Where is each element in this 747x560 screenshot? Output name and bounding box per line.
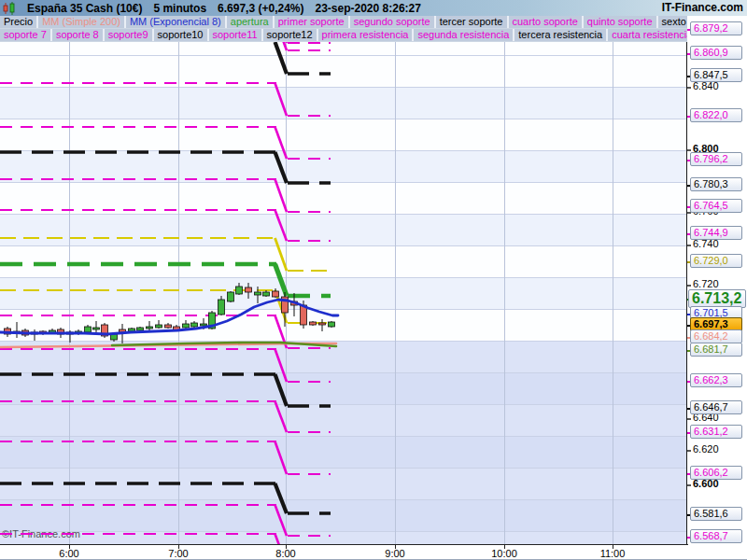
price-level-label: 6.581,6 bbox=[690, 507, 742, 521]
price-level-label: 6.646,7 bbox=[690, 400, 742, 414]
price-level-label: 6.713,2 bbox=[688, 289, 746, 308]
legend-item-row2-9[interactable]: cuarta resistencia bbox=[608, 29, 687, 41]
title-bar: España 35 Cash (10€) 5 minutos 6.697,3 (… bbox=[0, 0, 747, 16]
legend-item-row2-0[interactable]: soporte 7 bbox=[0, 29, 52, 41]
legend-item-row1-8[interactable]: quinto soporte bbox=[584, 16, 658, 28]
legend-item-row1-0[interactable]: Precio bbox=[0, 16, 38, 28]
price-axis[interactable]: 6.8406.8006.7606.7406.7206.6406.6206.600… bbox=[687, 16, 747, 560]
legend-item-row1-5[interactable]: segundo soporte bbox=[350, 16, 436, 28]
legend-row-2: soporte 7soporte 8soporte9soporte10sopor… bbox=[0, 29, 687, 42]
legend-item-row1-7[interactable]: cuarto soporte bbox=[509, 16, 584, 28]
price-tick-mark bbox=[687, 450, 691, 452]
price-tick-label: 6.720 bbox=[693, 278, 719, 289]
time-tick-label: 8:00 bbox=[275, 548, 295, 559]
time-tick-label: 9:00 bbox=[385, 548, 404, 559]
time-tick-label: 6:00 bbox=[59, 548, 78, 559]
price-tick-mark bbox=[687, 418, 691, 420]
price-tick-mark bbox=[687, 87, 691, 89]
price-tick-mark bbox=[687, 484, 691, 486]
legend-item-row1-9[interactable]: sexto soporte bbox=[658, 16, 687, 28]
legend-item-row2-6[interactable]: primera resistencia bbox=[318, 29, 415, 41]
price-level-label: 6.764,5 bbox=[690, 199, 742, 213]
candlestick-icon bbox=[3, 2, 16, 15]
price-level-label: 6.780,3 bbox=[690, 177, 742, 191]
legend-item-row1-6[interactable]: tercer soporte bbox=[436, 16, 509, 28]
price-level-label: 6.796,2 bbox=[690, 152, 742, 166]
price-level-label: 6.879,2 bbox=[690, 21, 742, 35]
price-level-label: 6.568,7 bbox=[690, 529, 742, 543]
chart-canvas[interactable]: ©IT-Finance.com bbox=[0, 42, 687, 544]
trading-app-window: España 35 Cash (10€) 5 minutos 6.697,3 (… bbox=[0, 0, 747, 560]
legend-row-1: PrecioMM (Simple 200)MM (Exponencial 8)a… bbox=[0, 16, 687, 29]
price-tick-label: 6.620 bbox=[693, 443, 719, 455]
legend-item-row1-3[interactable]: apertura bbox=[227, 16, 275, 28]
timeframe-label: 5 minutos bbox=[153, 2, 206, 15]
price-level-label: 6.662,3 bbox=[690, 373, 742, 387]
time-tick-label: 10:00 bbox=[491, 548, 517, 559]
legend-item-row1-4[interactable]: primer soporte bbox=[275, 16, 350, 28]
price-level-label: 6.860,9 bbox=[690, 46, 742, 60]
legend-item-row2-5[interactable]: soporte12 bbox=[263, 29, 318, 41]
legend-item-row1-1[interactable]: MM (Simple 200) bbox=[38, 16, 126, 28]
price-level-label: 6.631,2 bbox=[690, 425, 742, 439]
price-tick-mark bbox=[687, 149, 691, 151]
instrument-name: España 35 Cash (10€) bbox=[27, 2, 142, 15]
price-tick-mark bbox=[687, 285, 691, 287]
legend-item-row2-1[interactable]: soporte 8 bbox=[52, 29, 105, 41]
price-level-label: 6.729,0 bbox=[690, 254, 742, 268]
price-level-label: 6.822,0 bbox=[690, 108, 742, 122]
price-level-label: 6.744,9 bbox=[690, 226, 742, 240]
time-tick-label: 11:00 bbox=[600, 548, 626, 559]
time-axis[interactable]: 6:007:008:009:0010:0011:00 bbox=[0, 544, 688, 560]
brand-label: IT-Finance.com bbox=[662, 1, 743, 14]
legend-item-row2-8[interactable]: tercera resistencia bbox=[514, 29, 608, 41]
legend-item-row1-2[interactable]: MM (Exponencial 8) bbox=[126, 16, 227, 28]
price-level-label: 6.847,5 bbox=[690, 68, 742, 82]
price-level-label: 6.681,7 bbox=[690, 343, 742, 357]
price-level-label: 6.684,2 bbox=[690, 329, 742, 343]
price-tick-mark bbox=[687, 245, 691, 246]
legend-item-row2-4[interactable]: soporte11 bbox=[209, 29, 263, 41]
price-level-label: 6.606,2 bbox=[690, 466, 742, 480]
datetime-label: 23-sep-2020 8:26:27 bbox=[315, 2, 420, 15]
legend-item-row2-2[interactable]: soporte9 bbox=[105, 29, 154, 41]
legend-item-row2-3[interactable]: soporte10 bbox=[154, 29, 209, 41]
time-tick-label: 7:00 bbox=[168, 548, 188, 559]
legend-item-row2-7[interactable]: segunda resistencia bbox=[414, 29, 514, 41]
last-quote: 6.697,3 (+0,24%) bbox=[218, 2, 303, 15]
plot-svg bbox=[0, 42, 686, 544]
